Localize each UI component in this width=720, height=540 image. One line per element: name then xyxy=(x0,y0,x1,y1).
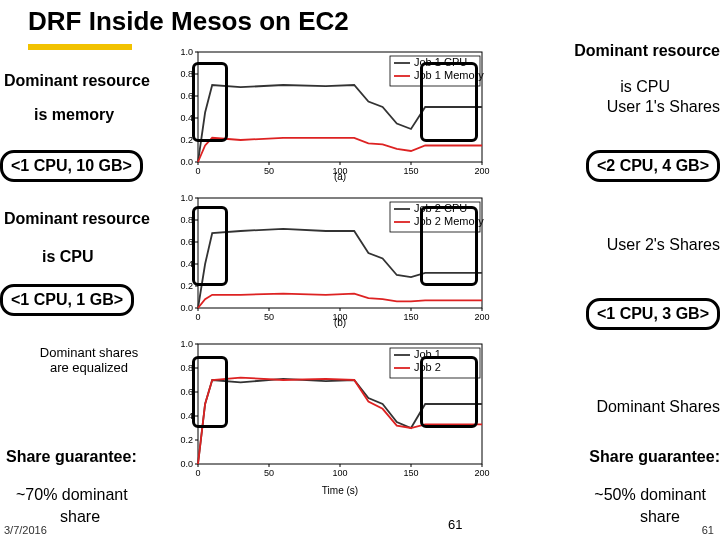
right-user2: User 2's Shares xyxy=(607,236,720,254)
right-fifty: ~50% dominant xyxy=(594,486,706,504)
svg-text:0: 0 xyxy=(195,312,200,322)
footer-date: 3/7/2016 xyxy=(4,524,47,536)
mark-a-left xyxy=(192,62,228,142)
footer-page-mid: 61 xyxy=(448,517,462,532)
right-user1: User 1's Shares xyxy=(607,98,720,116)
left-dom-res-1: Dominant resource xyxy=(4,72,150,90)
svg-text:150: 150 xyxy=(403,312,418,322)
svg-text:0.2: 0.2 xyxy=(180,435,193,445)
mark-c-left xyxy=(192,356,228,428)
svg-text:1.0: 1.0 xyxy=(180,339,193,349)
svg-text:1.0: 1.0 xyxy=(180,193,193,203)
left-share-guarantee: Share guarantee: xyxy=(6,448,137,466)
svg-text:0.2: 0.2 xyxy=(180,281,193,291)
chart-a: 0.00.20.40.60.81.0050100150200(a)Job 1 C… xyxy=(170,46,578,184)
right-dom-shares: Dominant Shares xyxy=(596,398,720,416)
mark-c-right xyxy=(420,356,478,428)
left-is-memory: is memory xyxy=(34,106,114,124)
svg-text:0: 0 xyxy=(195,166,200,176)
svg-text:150: 150 xyxy=(403,468,418,478)
footer-page-right: 61 xyxy=(702,524,714,536)
left-dom-shares-eq: Dominant shares are equalized xyxy=(24,346,154,376)
svg-text:200: 200 xyxy=(474,166,489,176)
left-pill-1: <1 CPU, 10 GB> xyxy=(0,150,143,182)
svg-text:0.0: 0.0 xyxy=(180,303,193,313)
chart-b: 0.00.20.40.60.81.0050100150200(b)Job 2 C… xyxy=(170,192,578,330)
mark-a-right xyxy=(420,62,478,142)
left-seventy: ~70% dominant xyxy=(16,486,128,504)
mark-b-right xyxy=(420,206,478,286)
svg-text:0: 0 xyxy=(195,468,200,478)
svg-text:200: 200 xyxy=(474,468,489,478)
left-share-word: share xyxy=(60,508,100,526)
right-share-word: share xyxy=(640,508,680,526)
svg-text:50: 50 xyxy=(264,166,274,176)
svg-text:50: 50 xyxy=(264,468,274,478)
svg-text:100: 100 xyxy=(332,468,347,478)
mark-b-left xyxy=(192,206,228,286)
svg-text:1.0: 1.0 xyxy=(180,47,193,57)
title-accent xyxy=(28,44,132,50)
svg-text:150: 150 xyxy=(403,166,418,176)
slide: DRF Inside Mesos on EC2 Dominant resourc… xyxy=(0,0,720,540)
svg-text:Time (s): Time (s) xyxy=(322,485,358,496)
page-title: DRF Inside Mesos on EC2 xyxy=(28,6,349,37)
left-dom-res-2: Dominant resource xyxy=(4,210,150,228)
svg-text:(a): (a) xyxy=(334,171,346,182)
svg-text:50: 50 xyxy=(264,312,274,322)
svg-text:200: 200 xyxy=(474,312,489,322)
svg-text:(b): (b) xyxy=(334,317,346,328)
right-pill-1: <2 CPU, 4 GB> xyxy=(586,150,720,182)
svg-text:0.0: 0.0 xyxy=(180,157,193,167)
left-is-cpu: is CPU xyxy=(42,248,94,266)
right-dom-res: Dominant resource xyxy=(574,42,720,60)
left-pill-2: <1 CPU, 1 GB> xyxy=(0,284,134,316)
svg-text:0.0: 0.0 xyxy=(180,459,193,469)
right-pill-2: <1 CPU, 3 GB> xyxy=(586,298,720,330)
right-is-cpu: is CPU xyxy=(620,78,670,96)
right-share-guarantee: Share guarantee: xyxy=(589,448,720,466)
chart-c: 0.00.20.40.60.81.0050100150200Time (s)Jo… xyxy=(170,338,578,498)
